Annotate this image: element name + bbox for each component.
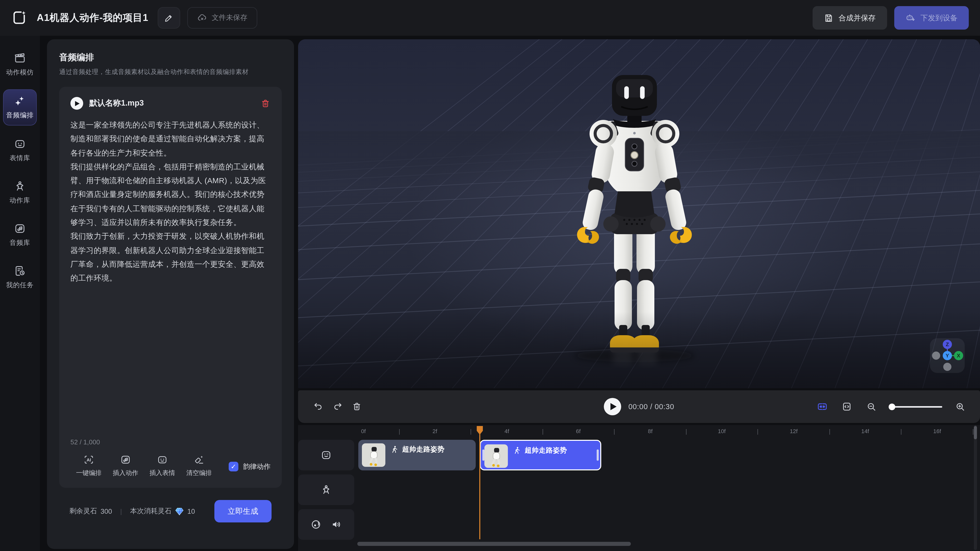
ruler-label: 0f <box>361 428 366 434</box>
topbar-actions: 合成并保存 下发到设备 <box>813 6 969 30</box>
zoom-slider-knob[interactable] <box>889 403 895 410</box>
project-title: A1机器人动作-我的项目1 <box>37 11 148 24</box>
char-counter: 52 / 1,000 <box>70 438 270 446</box>
timeline-horizontal-scrollbar[interactable] <box>357 542 631 546</box>
deploy-to-device-label: 下发到设备 <box>921 13 958 23</box>
sidebar-item-motion-mimic[interactable]: 动作模仿 <box>3 47 37 82</box>
sidebar-item-my-tasks[interactable]: 我的任务 <box>3 260 37 295</box>
audio-item-header: 默认名称1.mp3 <box>70 97 270 110</box>
timeline-ruler[interactable]: 0f 2f 4f 6f 8f 10f 12f 14f 16f <box>298 425 980 439</box>
rename-button[interactable] <box>158 7 180 29</box>
audio-transcript-textarea[interactable]: 这是一家全球领先的公司专注于先进机器人系统的设计、制造和部署我们的使命是通过智能… <box>70 118 270 435</box>
gem-icon <box>175 507 184 516</box>
axis-y-label: Y <box>945 353 949 359</box>
fit-timeline-button[interactable] <box>837 397 856 416</box>
timeline-zoom-slider[interactable] <box>889 406 942 407</box>
clip-thumbnail <box>484 445 508 468</box>
expression-track-header[interactable] <box>298 440 354 470</box>
redo-button[interactable] <box>328 397 347 416</box>
axis-x-label: X <box>957 353 960 359</box>
rhythm-checkbox-label: 韵律动作 <box>243 462 270 471</box>
clip-trim-handle-right[interactable] <box>597 449 599 461</box>
sidebar-item-label: 音频库 <box>10 238 30 248</box>
viewport-bottom-fade <box>298 312 980 388</box>
ruler-label: 10f <box>718 428 726 434</box>
3d-viewport[interactable]: Z X Y <box>298 39 980 388</box>
axis-neg-x-handle <box>932 351 940 360</box>
audio-item-card: 默认名称1.mp3 这是一家全球领先的公司专注于先进机器人系统的设计、制造和部署… <box>59 87 282 488</box>
ruler-label: 16f <box>933 428 941 434</box>
person-icon <box>14 180 26 192</box>
trash-icon <box>260 98 270 108</box>
rhythm-motion-toggle: ✓ 韵律动作 <box>229 462 270 478</box>
timeline: 0f 2f 4f 6f 8f 10f 12f 14f 16f <box>298 425 980 551</box>
delete-clip-button[interactable] <box>347 397 366 416</box>
axis-gizmo[interactable]: Z X Y <box>930 338 965 373</box>
playback-right-tools <box>813 397 970 416</box>
ruler-label: 8f <box>648 428 652 434</box>
action-label: 清空编排 <box>186 469 212 478</box>
zoom-out-button[interactable] <box>862 397 881 416</box>
audio-file-name: 默认名称1.mp3 <box>89 98 144 109</box>
auto-snap-tool-button[interactable] <box>813 397 832 416</box>
unsaved-status-button[interactable]: 文件未保存 <box>187 7 257 29</box>
audio-track-header[interactable] <box>298 509 354 540</box>
ruler-label: 4f <box>504 428 509 434</box>
cost-stones-stat: 本次消耗灵石 10 <box>130 507 195 516</box>
generate-now-button[interactable]: 立即生成 <box>215 500 272 522</box>
sparkles-icon <box>14 95 26 107</box>
playhead[interactable] <box>479 426 480 539</box>
delete-audio-button[interactable] <box>260 98 270 108</box>
rhythm-checkbox[interactable]: ✓ <box>229 462 239 472</box>
sidebar-item-label: 动作模仿 <box>6 68 34 77</box>
timeline-play-button[interactable] <box>604 398 621 415</box>
cost-stones-label: 本次消耗灵石 <box>130 507 172 516</box>
rhythm-dial-icon <box>310 519 321 530</box>
timeline-vertical-scrollbar-track <box>974 425 977 550</box>
ai-text: AI <box>86 457 91 462</box>
timeline-clip-selected[interactable]: 超帅走路姿势 <box>480 440 601 470</box>
clip-meta: 超帅走路姿势 <box>513 446 567 455</box>
sidebar-item-label: 表情库 <box>10 154 30 163</box>
sidebar-item-audio-library[interactable]: 音频库 <box>3 218 37 252</box>
zoom-out-icon <box>866 401 877 412</box>
deploy-to-device-button[interactable]: 下发到设备 <box>894 6 969 30</box>
play-icon <box>610 403 616 410</box>
undo-button[interactable] <box>308 397 328 416</box>
clip-trim-handle-left[interactable] <box>482 449 484 461</box>
insert-expression-button[interactable]: 插入表情 <box>144 454 181 478</box>
compose-save-button[interactable]: 合成并保存 <box>813 6 887 30</box>
snap-tool-icon <box>817 401 828 412</box>
clip-meta: 超帅走路姿势 <box>390 445 445 454</box>
task-list-icon <box>14 265 26 277</box>
app-window: A1机器人动作-我的项目1 文件未保存 合成并保存 <box>0 0 980 551</box>
audio-play-button[interactable] <box>70 97 83 110</box>
music-box-icon <box>120 454 131 465</box>
clear-arrange-button[interactable]: 清空编排 <box>181 454 218 478</box>
unsaved-status-label: 文件未保存 <box>212 13 247 22</box>
ruler-label: 12f <box>790 428 798 434</box>
insert-action-button[interactable]: 插入动作 <box>107 454 144 478</box>
action-label: 插入表情 <box>150 469 175 478</box>
sidebar-item-label: 音频编排 <box>6 111 34 120</box>
walking-person-icon <box>513 446 521 454</box>
zoom-in-button[interactable] <box>950 397 970 416</box>
sidebar-item-expression-library[interactable]: 表情库 <box>3 133 37 168</box>
pencil-icon <box>164 13 173 23</box>
clapperboard-icon <box>14 52 26 64</box>
timeline-vertical-scrollbar[interactable] <box>974 426 977 439</box>
remaining-stones-stat: 剩余灵石 300 <box>69 507 112 516</box>
clip-label: 超帅走路姿势 <box>402 445 445 454</box>
sidebar-item-action-library[interactable]: 动作库 <box>3 175 37 210</box>
ruler-label: 14f <box>861 428 869 434</box>
panel-title: 音频编排 <box>59 52 282 63</box>
sidebar-item-label: 我的任务 <box>6 281 34 290</box>
one-click-arrange-button[interactable]: AI 一键编排 <box>70 454 107 478</box>
timeline-clip[interactable]: 超帅走路姿势 <box>358 440 476 470</box>
robot-download-icon <box>905 13 915 23</box>
sidebar-item-audio-arrange[interactable]: 音频编排 <box>3 89 37 125</box>
ruler-label: 6f <box>576 428 581 434</box>
action-track-header[interactable] <box>298 475 354 505</box>
remaining-stones-label: 剩余灵石 <box>69 507 97 516</box>
audio-card-actions: AI 一键编排 插入动作 插 <box>70 454 270 480</box>
